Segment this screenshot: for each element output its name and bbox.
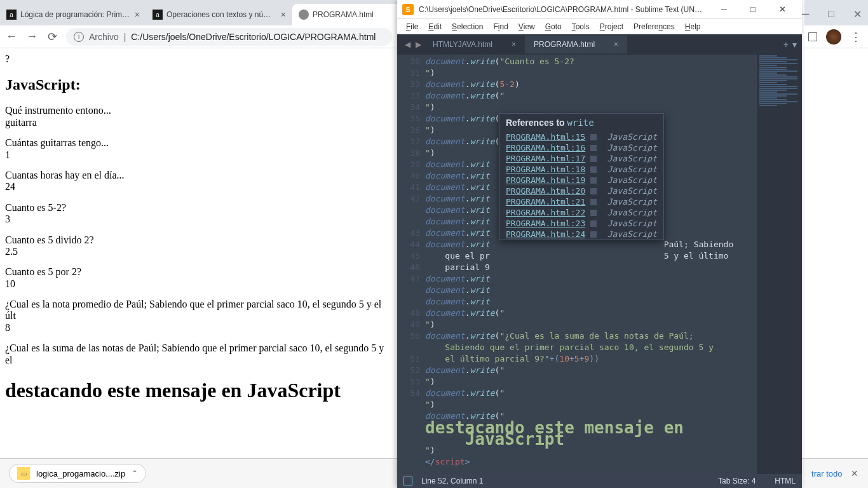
menu-project[interactable]: Project [595, 21, 628, 32]
reference-row[interactable]: PROGRAMA.html:15JavaScript [499, 132, 663, 142]
download-shelf: ▭ logica_progamacio....zip ⌃ [0, 458, 397, 488]
reference-link[interactable]: PROGRAMA.html:23 [506, 219, 585, 228]
menu-find[interactable]: Find [488, 21, 513, 32]
reference-row[interactable]: PROGRAMA.html:17JavaScript [499, 153, 663, 164]
bg-maximize-icon[interactable]: □ [828, 8, 834, 17]
answer-text: 3 [5, 214, 392, 225]
tab-title: Operaciones con textos y númerc [166, 10, 277, 19]
reference-lang: JavaScript [607, 154, 657, 163]
reference-link[interactable]: PROGRAMA.html:17 [506, 154, 585, 163]
question-text: ¿Cual es la suma de las notas de Paúl; S… [5, 342, 392, 366]
question-text: Qué instrumento entono... [5, 105, 392, 116]
url-separator: | [124, 32, 126, 42]
show-all-downloads[interactable]: trar todo [811, 469, 842, 478]
forward-button[interactable]: → [25, 30, 38, 43]
reference-link[interactable]: PROGRAMA.html:21 [506, 197, 585, 207]
reference-lang: JavaScript [607, 208, 657, 217]
favicon-alura-icon: a [6, 10, 17, 20]
chrome-address-bar: ← → ⟳ i Archivo | C:/Users/joels/OneDriv… [0, 25, 397, 48]
reference-row[interactable]: PROGRAMA.html:20JavaScript [499, 186, 663, 196]
menu-edit[interactable]: Edit [423, 21, 447, 32]
tab-close-icon[interactable]: × [281, 10, 286, 20]
extensions-icon[interactable] [808, 32, 817, 41]
editor-area[interactable]: 30313233343536373839404142 4344454647 48… [397, 55, 802, 474]
sublime-menu-bar: File Edit Selection Find View Goto Tools… [397, 19, 802, 34]
ref-box-icon [590, 156, 597, 162]
menu-preferences[interactable]: Preferences [628, 21, 680, 32]
tab-close-icon[interactable]: × [135, 10, 140, 20]
answer-text: 2.5 [5, 246, 392, 257]
reference-row[interactable]: PROGRAMA.html:22JavaScript [499, 207, 663, 218]
reference-link[interactable]: PROGRAMA.html:24 [506, 229, 585, 239]
reference-row[interactable]: PROGRAMA.html:16JavaScript [499, 142, 663, 153]
status-bar: Line 52, Column 1 Tab Size: 4 HTML [397, 474, 802, 488]
chrome-menu-icon[interactable]: ⋮ [850, 30, 862, 44]
editor-tab-label: PROGRAMA.html [534, 40, 595, 49]
minimap[interactable] [756, 55, 802, 474]
tab-close-icon[interactable]: × [512, 40, 516, 49]
tab-close-icon[interactable]: × [614, 40, 618, 49]
reference-row[interactable]: PROGRAMA.html:18JavaScript [499, 164, 663, 175]
ref-box-icon [590, 199, 597, 205]
chrome-tab-strip: a Lógica de programación: Primerc × a Op… [0, 0, 397, 25]
reference-row[interactable]: PROGRAMA.html:23JavaScript [499, 218, 663, 229]
editor-tab-1[interactable]: HTMLYJAVA.html × [424, 36, 525, 53]
menu-selection[interactable]: Selection [447, 21, 488, 32]
ref-box-icon [590, 231, 597, 238]
reference-row[interactable]: PROGRAMA.html:19JavaScript [499, 175, 663, 186]
reference-link[interactable]: PROGRAMA.html:15 [506, 132, 585, 142]
bg-close-icon[interactable]: ✕ [853, 8, 862, 17]
ref-box-icon [590, 177, 597, 184]
reference-link[interactable]: PROGRAMA.html:20 [506, 186, 585, 196]
references-header: References to write [499, 114, 663, 132]
reference-row[interactable]: PROGRAMA.html:24JavaScript [499, 229, 663, 240]
question-text: Cuantas horas hay en el día... [5, 170, 392, 181]
ref-box-icon [590, 134, 597, 140]
sublime-title-text: C:\Users\joels\OneDrive\Escritorio\LOGIC… [419, 5, 704, 14]
menu-help[interactable]: Help [680, 21, 706, 32]
editor-tab-2[interactable]: PROGRAMA.html × [525, 36, 627, 53]
sublime-app-icon: S [402, 4, 414, 15]
reference-lang: JavaScript [607, 143, 657, 152]
ref-box-icon [590, 188, 597, 194]
dangling-text: ? [5, 53, 392, 65]
favicon-alura-icon: a [153, 10, 163, 20]
sublime-titlebar[interactable]: S C:\Users\joels\OneDrive\Escritorio\LOG… [397, 0, 802, 19]
reference-link[interactable]: PROGRAMA.html:19 [506, 175, 585, 185]
answer-text: guitarra [5, 117, 392, 128]
tab-prev-icon[interactable]: ◀ [402, 40, 413, 49]
site-info-icon[interactable]: i [74, 32, 84, 42]
reference-link[interactable]: PROGRAMA.html:18 [506, 165, 585, 174]
tab-next-icon[interactable]: ▶ [413, 40, 424, 49]
new-tab-icon[interactable]: + [783, 39, 789, 50]
reference-lang: JavaScript [607, 219, 657, 228]
minimize-button[interactable]: ─ [709, 0, 738, 19]
question-text: ¿Cual es la nota promedio de Paúl; Sabie… [5, 299, 392, 322]
status-tabsize[interactable]: Tab Size: 4 [718, 477, 756, 485]
chrome-tab-1[interactable]: a Lógica de programación: Primerc × [0, 4, 146, 25]
status-syntax[interactable]: HTML [775, 477, 796, 485]
reference-row[interactable]: PROGRAMA.html:21JavaScript [499, 196, 663, 207]
menu-goto[interactable]: Goto [540, 21, 567, 32]
back-button[interactable]: ← [5, 30, 18, 43]
answer-text: 10 [5, 278, 392, 290]
sidebar-toggle-icon[interactable] [403, 477, 412, 485]
profile-avatar[interactable] [826, 29, 841, 44]
editor-tab-label: HTMLYJAVA.html [433, 40, 492, 49]
menu-tools[interactable]: Tools [567, 21, 595, 32]
download-caret-icon[interactable]: ⌃ [132, 469, 138, 478]
close-shelf-icon[interactable]: × [851, 467, 858, 480]
maximize-button[interactable]: □ [738, 0, 768, 19]
menu-view[interactable]: View [513, 21, 540, 32]
reference-link[interactable]: PROGRAMA.html:22 [506, 208, 585, 217]
close-button[interactable]: ✕ [768, 0, 797, 19]
download-item[interactable]: ▭ logica_progamacio....zip ⌃ [9, 464, 146, 483]
menu-file[interactable]: File [401, 21, 423, 32]
tab-dropdown-icon[interactable]: ▾ [792, 39, 797, 50]
reference-link[interactable]: PROGRAMA.html:16 [506, 143, 585, 152]
reload-button[interactable]: ⟳ [46, 30, 58, 43]
url-input[interactable]: i Archivo | C:/Users/joels/OneDrive/Escr… [66, 28, 392, 46]
answer-text: 24 [5, 181, 392, 193]
chrome-tab-2[interactable]: a Operaciones con textos y númerc × [146, 4, 292, 25]
bg-minimize-icon[interactable]: ─ [802, 8, 809, 17]
